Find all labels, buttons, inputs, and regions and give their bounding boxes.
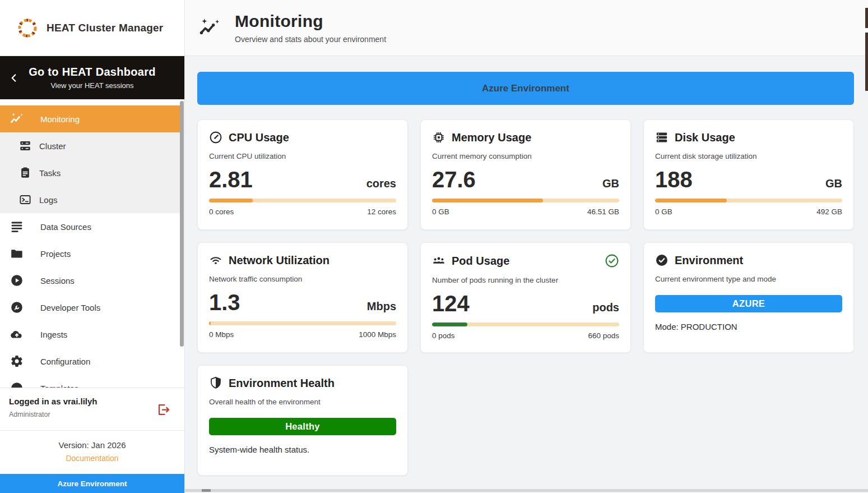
version-section: Version: Jan 2026 Documentation xyxy=(0,430,184,474)
metric-value: 124 xyxy=(432,291,470,316)
health-note: System-wide health status. xyxy=(209,445,396,454)
progress-fill xyxy=(209,199,253,202)
gauge-icon xyxy=(209,131,222,144)
card-title: Environment xyxy=(675,254,743,267)
check-circle-outline-icon xyxy=(605,254,619,268)
card-title: Memory Usage xyxy=(452,131,531,144)
sidebar-item-templates[interactable]: Templates xyxy=(0,375,180,388)
card-title: Pod Usage xyxy=(452,255,509,268)
sidebar-item-label: Configuration xyxy=(40,357,90,366)
horizontal-scrollbar[interactable] xyxy=(185,489,868,492)
shield-icon xyxy=(209,376,222,390)
memory-usage-card: Memory Usage Current memory consumption … xyxy=(420,119,631,230)
page-scrollbar-thumb[interactable] xyxy=(865,8,868,28)
sidebar: HEAT Cluster Manager Go to HEAT Dashboar… xyxy=(0,0,185,493)
app-logo-row: HEAT Cluster Manager xyxy=(0,0,184,56)
sidebar-item-ingests[interactable]: Ingests xyxy=(0,321,180,348)
heat-dashboard-title: Go to HEAT Dashboard xyxy=(0,66,184,79)
user-role: Administrator xyxy=(9,411,175,418)
user-section: Logged in as vrai.lilyh Administrator xyxy=(0,388,184,430)
network-wifi-icon xyxy=(209,254,222,267)
list-rows-icon xyxy=(10,220,24,233)
progress-track xyxy=(432,199,619,202)
range-max: 492 GB xyxy=(816,208,842,216)
sidebar-item-logs[interactable]: Logs xyxy=(0,186,180,213)
circle-icon xyxy=(10,381,24,388)
monitoring-subgroup: Cluster Tasks Logs xyxy=(0,132,180,213)
range-min: 0 cores xyxy=(209,208,234,216)
sidebar-item-label: Templates xyxy=(40,384,78,388)
metric-value: 1.3 xyxy=(209,290,240,315)
cards-grid: CPU Usage Current CPU utilization 2.81 c… xyxy=(197,119,854,476)
sidebar-item-label: Tasks xyxy=(39,168,61,178)
page-header: Monitoring Overview and stats about your… xyxy=(185,0,868,56)
documentation-link[interactable]: Documentation xyxy=(0,454,184,463)
chevron-left-icon[interactable] xyxy=(8,72,20,84)
card-subtitle: Overall health of the environment xyxy=(209,398,396,406)
pod-usage-card: Pod Usage Number of pods running in the … xyxy=(420,242,631,353)
version-label: Version: Jan 2026 xyxy=(0,440,184,450)
sidebar-environment-footer: Azure Environment xyxy=(0,474,184,493)
range-min: 0 pods xyxy=(432,331,455,340)
heat-dashboard-banner[interactable]: Go to HEAT Dashboard View your HEAT sess… xyxy=(0,56,184,99)
sidebar-item-projects[interactable]: Projects xyxy=(0,240,180,267)
range-min: 0 GB xyxy=(432,208,449,216)
sidebar-item-sessions[interactable]: Sessions xyxy=(0,267,180,294)
page-title: Monitoring xyxy=(235,12,386,31)
progress-track xyxy=(209,321,396,325)
sidebar-item-label: Monitoring xyxy=(40,114,80,124)
sidebar-item-cluster[interactable]: Cluster xyxy=(0,132,180,159)
progress-track xyxy=(655,199,842,202)
progress-fill xyxy=(432,322,467,326)
progress-track xyxy=(209,199,396,202)
sidebar-nav: Monitoring Cluster Tasks Logs Data Sou xyxy=(0,99,180,388)
sidebar-item-label: Ingests xyxy=(40,330,67,339)
environment-banner[interactable]: Azure Environment xyxy=(197,72,854,105)
range-min: 0 GB xyxy=(655,208,672,216)
sidebar-scrollbar[interactable] xyxy=(180,101,184,347)
card-subtitle: Network traffic consumption xyxy=(209,275,396,283)
range-min: 0 Mbps xyxy=(209,330,234,339)
range-max: 12 cores xyxy=(367,208,396,216)
sidebar-item-label: Sessions xyxy=(40,276,75,285)
heat-logo-icon xyxy=(17,17,38,39)
logout-icon[interactable] xyxy=(156,402,171,417)
environment-card: Environment Current environment type and… xyxy=(643,242,854,353)
progress-fill xyxy=(432,199,543,202)
sidebar-item-developer-tools[interactable]: Developer Tools xyxy=(0,294,180,321)
terminal-icon xyxy=(19,193,31,206)
heat-dashboard-banner-text: Go to HEAT Dashboard View your HEAT sess… xyxy=(0,66,184,90)
sidebar-item-label: Projects xyxy=(40,249,71,259)
sidebar-item-label: Developer Tools xyxy=(40,303,100,312)
sidebar-item-label: Data Sources xyxy=(40,222,91,232)
sidebar-item-monitoring[interactable]: Monitoring xyxy=(0,105,180,132)
metric-unit: Mbps xyxy=(367,300,396,313)
pods-group-icon xyxy=(432,254,445,268)
horizontal-scrollbar-thumb[interactable] xyxy=(202,489,211,492)
metric-value: 188 xyxy=(655,167,693,192)
logged-in-user: Logged in as vrai.lilyh xyxy=(9,397,175,406)
disk-stack-icon xyxy=(655,131,669,144)
network-utilization-card: Network Utilization Network traffic cons… xyxy=(197,242,408,353)
monitoring-header-icon xyxy=(199,17,220,39)
wrench-circle-icon xyxy=(10,301,24,314)
metric-unit: GB xyxy=(602,177,619,190)
trend-chart-icon xyxy=(10,112,24,126)
card-title: Disk Usage xyxy=(675,131,735,144)
card-title: CPU Usage xyxy=(229,131,289,144)
sidebar-item-configuration[interactable]: Configuration xyxy=(0,348,180,375)
card-subtitle: Current memory consumption xyxy=(432,152,619,160)
folder-icon xyxy=(10,247,24,260)
memory-chip-icon xyxy=(432,131,445,144)
check-circle-filled-icon xyxy=(655,254,669,267)
clipboard-icon xyxy=(19,167,31,179)
sidebar-item-data-sources[interactable]: Data Sources xyxy=(0,213,180,240)
metric-unit: cores xyxy=(366,177,396,190)
sidebar-item-label: Cluster xyxy=(39,141,66,151)
card-subtitle: Current environment type and mode xyxy=(655,275,842,283)
page-scrollbar-thumb[interactable] xyxy=(865,33,868,91)
progress-fill xyxy=(209,321,211,325)
sidebar-item-tasks[interactable]: Tasks xyxy=(0,159,180,186)
heat-dashboard-subtitle: View your HEAT sessions xyxy=(0,81,184,90)
range-max: 660 pods xyxy=(588,331,619,340)
